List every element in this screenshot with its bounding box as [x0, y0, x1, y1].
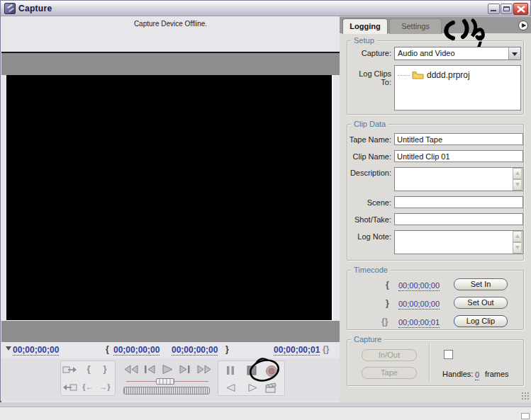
set-out-button[interactable]: Set Out: [454, 297, 508, 309]
preview-pane: Capture Device Offline. 00;00;00;00 { 00…: [1, 16, 340, 402]
status-message: Capture Device Offline.: [1, 20, 340, 28]
description-input[interactable]: [395, 168, 513, 191]
out-point-icon: }: [386, 298, 389, 308]
slate-icon: [264, 382, 276, 394]
stop-icon: [247, 365, 257, 375]
clip-name-label: Clip Name:: [347, 152, 391, 161]
tab-strip: Logging Settings ▶: [340, 16, 531, 33]
log-note-scroll-down-button[interactable]: [513, 242, 522, 254]
scene-marker-button[interactable]: [264, 382, 276, 394]
description-scroll-down-button[interactable]: [513, 179, 522, 191]
navigation-button-group: { } {← →}: [60, 361, 116, 396]
panel-menu-button[interactable]: ▶: [518, 21, 528, 30]
slow-reverse-button[interactable]: [225, 383, 237, 392]
set-out-transport-button[interactable]: }: [98, 363, 112, 377]
tab-logging[interactable]: Logging: [342, 18, 388, 34]
duration-icon: {}: [323, 344, 329, 354]
title-bar[interactable]: Capture: [1, 1, 530, 16]
log-note-scroll-up-button[interactable]: [513, 231, 522, 242]
chevron-right-icon: ▶: [522, 22, 526, 28]
maximize-button[interactable]: [501, 4, 513, 14]
record-button[interactable]: [265, 365, 278, 378]
resize-grip[interactable]: [521, 392, 530, 400]
tape-name-label: Tape Name:: [347, 135, 391, 144]
go-to-in-button[interactable]: {←: [79, 380, 96, 395]
step-forward-icon: [178, 364, 192, 375]
out-point-icon: }: [225, 344, 229, 354]
stop-button[interactable]: [247, 365, 257, 375]
tape-name-input[interactable]: [394, 133, 523, 145]
slow-play-button[interactable]: [247, 383, 258, 392]
capture-select-value: Audio and Video: [398, 49, 455, 57]
in-out-button[interactable]: In/Out: [362, 349, 417, 361]
slow-reverse-icon: [225, 383, 237, 392]
current-position-marker-icon: [6, 346, 11, 351]
step-forward-button[interactable]: [178, 364, 192, 375]
handles-value[interactable]: 0: [475, 370, 479, 380]
capture-select[interactable]: Audio and Video: [394, 47, 521, 60]
log-clips-to-label: Log Clips To:: [347, 69, 391, 86]
step-back-button[interactable]: [142, 364, 157, 375]
dropdown-button[interactable]: [508, 47, 520, 59]
log-note-spinner: [513, 231, 522, 254]
background-white-box: [521, 413, 530, 419]
scene-input[interactable]: [394, 196, 523, 208]
log-clip-timecode[interactable]: 00;00;00;01: [398, 317, 440, 328]
tape-button[interactable]: Tape: [362, 367, 417, 379]
project-item[interactable]: dddd.prproj: [398, 70, 470, 81]
play-button[interactable]: [160, 364, 174, 375]
set-in-transport-button[interactable]: {: [82, 363, 96, 377]
minimize-icon: [491, 10, 496, 11]
timecode-group: Timecode { 00;00;00;00 Set In } 00;00;00…: [347, 270, 524, 330]
set-in-button[interactable]: Set In: [454, 278, 508, 290]
description-spinner: [513, 168, 522, 191]
rewind-button[interactable]: [123, 364, 140, 375]
clip-name-input[interactable]: [394, 150, 523, 162]
close-button[interactable]: [513, 3, 528, 15]
capture-window-screenshot: Capture Capture Device Offline. 00;00;00…: [0, 0, 531, 420]
go-to-out-button[interactable]: →}: [96, 380, 113, 395]
in-timecode[interactable]: 00;00;00;00: [113, 345, 160, 356]
arrow-up-icon: [515, 171, 520, 175]
pause-button[interactable]: [225, 365, 235, 375]
set-out-timecode[interactable]: 00;00;00;00: [398, 299, 440, 310]
previous-scene-button[interactable]: [62, 381, 79, 395]
log-note-field-wrap: [394, 230, 523, 254]
shot-take-input[interactable]: [394, 213, 523, 225]
fast-forward-button[interactable]: [196, 364, 212, 375]
arrow-down-icon: [515, 246, 520, 249]
duration-timecode[interactable]: 00;00;00;01: [274, 345, 320, 356]
handles-unit: frames: [485, 370, 509, 378]
jog-wheel[interactable]: [123, 387, 210, 395]
set-in-timecode[interactable]: 00;00;00;00: [398, 280, 440, 291]
capture-group: Capture In/Out Tape Handles: 0 frames: [347, 339, 524, 386]
current-timecode[interactable]: 00;00;00;00: [13, 345, 59, 356]
capture-label: Capture:: [347, 49, 391, 57]
shuttle-slider[interactable]: [156, 378, 174, 385]
project-item-label: dddd.prproj: [427, 70, 470, 80]
log-note-label: Log Note:: [347, 232, 391, 241]
next-scene-button[interactable]: [62, 363, 79, 378]
preview-gray-band-bottom: [1, 321, 340, 342]
pause-icon: [225, 365, 235, 375]
log-clip-button[interactable]: Log Clip: [454, 315, 508, 327]
in-point-icon: {: [386, 280, 389, 290]
clip-data-group-title: Clip Data: [351, 120, 389, 128]
fast-forward-icon: [196, 364, 212, 375]
step-back-icon: [142, 364, 157, 375]
arrow-up-icon: [515, 234, 520, 238]
record-icon: [265, 365, 278, 378]
capture-divider: [429, 344, 430, 381]
log-note-input[interactable]: [395, 231, 513, 254]
log-clips-listbox[interactable]: dddd.prproj: [394, 65, 521, 110]
transport-controls: { } {← →}: [1, 358, 340, 401]
scene-detect-checkbox[interactable]: [444, 350, 453, 359]
minimize-button[interactable]: [488, 4, 500, 14]
rewind-icon: [123, 364, 140, 375]
description-scroll-up-button[interactable]: [513, 168, 522, 179]
out-timecode[interactable]: 00;00;00;00: [172, 345, 218, 356]
maximize-icon: [503, 6, 510, 11]
background-strip-bottom: [0, 407, 531, 420]
duration-icon: {}: [381, 317, 388, 327]
tab-settings[interactable]: Settings: [389, 18, 442, 34]
